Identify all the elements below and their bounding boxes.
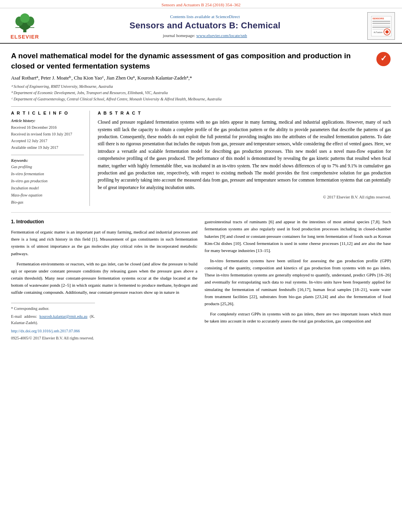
keyword-3: In-vitro gas production — [11, 178, 84, 185]
footnote-area: * Corresponding author. E-mail address: … — [11, 303, 95, 342]
page-wrapper: Sensors and Actuators B 254 (2018) 354–3… — [0, 0, 402, 532]
date-revised: Received in revised form 10 July 2017 — [11, 131, 84, 137]
keywords-list: Gas profiling In-vitro fermentation In-v… — [11, 163, 84, 206]
keyword-5: Mass-flow equation — [11, 192, 84, 199]
svg-text:AcTuators: AcTuators — [374, 31, 383, 33]
keyword-6: Bio-gas — [11, 199, 84, 206]
journal-citation: Sensors and Actuators B 254 (2018) 354–3… — [162, 2, 240, 7]
homepage-link[interactable]: www.elsevier.com/locate/snb — [196, 33, 247, 38]
journal-header: ELSEVIER Contents lists available at Sci… — [0, 8, 402, 44]
abstract-text: Closed and pressure regulated fermentati… — [98, 119, 391, 191]
main-content: A novel mathematical model for the dynam… — [0, 44, 402, 342]
affiliations: ᵃ School of Engineering, RMIT University… — [11, 83, 391, 102]
abstract-col: A B S T R A C T Closed and pressure regu… — [98, 111, 391, 206]
abstract-body: Closed and pressure regulated fermentati… — [98, 120, 391, 190]
sensors-logo-box: SENSORS AcTuators — [367, 12, 395, 40]
svg-text:SENSORS: SENSORS — [372, 17, 384, 20]
intro-heading: 1. Introduction — [11, 218, 197, 226]
sensors-logo: SENSORS AcTuators — [367, 12, 395, 40]
article-history-label: Article history: — [11, 119, 84, 123]
abstract-heading: A B S T R A C T — [98, 111, 391, 115]
article-info-col: A R T I C L E I N F O Article history: R… — [11, 111, 90, 206]
elsevier-tree-icon — [11, 13, 38, 33]
authors-text: Asaf Rotbartᵃ, Peter J. Moateᵇ, Chu Kion… — [11, 75, 192, 81]
body-col-left: 1. Introduction Fermentation of organic … — [11, 218, 197, 342]
authors-line: Asaf Rotbartᵃ, Peter J. Moateᵇ, Chu Kion… — [11, 75, 391, 81]
sciencedirect-text: Contents lists available at ScienceDirec… — [50, 14, 360, 19]
date-accepted: Accepted 12 July 2017 — [11, 137, 84, 144]
article-title: A novel mathematical model for the dynam… — [11, 51, 370, 71]
date-online: Available online 19 July 2017 — [11, 144, 84, 151]
body-col-right: gastrointestinal tracts of ruminants [6]… — [205, 218, 391, 342]
journal-citation-strip: Sensors and Actuators B 254 (2018) 354–3… — [0, 0, 402, 8]
email-link[interactable]: kourosh.kalantar@rmit.edu.au — [39, 314, 87, 319]
keyword-2: In-vitro fermentation — [11, 171, 84, 178]
intro-p1: Fermentation of organic matter is an imp… — [11, 228, 197, 257]
intro-p2: Fermentation environments or reactors, w… — [11, 260, 197, 296]
footnote-corresponding: * Corresponding author. — [11, 306, 49, 311]
affiliation-a: ᵃ School of Engineering, RMIT University… — [11, 83, 391, 90]
keyword-1: Gas profiling — [11, 163, 84, 171]
article-dates: Received 16 December 2016 Received in re… — [11, 124, 84, 151]
journal-name: Sensors and Actuators B: Chemical — [50, 20, 360, 31]
date-received: Received 16 December 2016 — [11, 124, 84, 131]
svg-text:✓: ✓ — [380, 54, 387, 63]
elsevier-label: ELSEVIER — [11, 34, 39, 40]
affiliation-b: ᵇ Department of Economic Development, Jo… — [11, 90, 391, 96]
body-content: 1. Introduction Fermentation of organic … — [11, 212, 391, 342]
keywords-label: Keywords: — [11, 158, 84, 163]
email-line: E-mail address: kourosh.kalantar@rmit.ed… — [11, 313, 95, 326]
intro-col2-p1: gastrointestinal tracts of ruminants [6]… — [205, 218, 391, 254]
elsevier-logo: ELSEVIER — [7, 13, 43, 40]
intro-col2-p2: In-vitro fermentation systems have been … — [205, 257, 391, 307]
email-label: E-mail address: — [11, 314, 37, 319]
footnote-star-text: * Corresponding author. — [11, 306, 95, 312]
intro-col2-p3: For completely extract GPPs in systems w… — [205, 310, 391, 324]
article-title-section: A novel mathematical model for the dynam… — [11, 51, 391, 71]
svg-point-16 — [385, 30, 389, 33]
keyword-4: Incubation model — [11, 185, 84, 192]
article-info-abstract: A R T I C L E I N F O Article history: R… — [11, 106, 391, 206]
doi-line[interactable]: http://dx.doi.org/10.1016/j.snb.2017.07.… — [11, 328, 95, 335]
journal-title-area: Contents lists available at ScienceDirec… — [50, 14, 360, 38]
affiliation-c: ᶜ Department of Gastroenterology, Centra… — [11, 96, 391, 102]
crossmark-logo: ✓ — [376, 52, 391, 67]
crossmark-icon: ✓ — [376, 52, 391, 67]
copyright: © 2017 Elsevier B.V. All rights reserved… — [98, 195, 391, 199]
journal-homepage: journal homepage: www.elsevier.com/locat… — [50, 33, 360, 38]
svg-point-4 — [20, 13, 30, 23]
rights-line: 0925-4005/© 2017 Elsevier B.V. All right… — [11, 335, 95, 342]
sensors-actuators-icon: SENSORS AcTuators — [370, 15, 392, 37]
article-info-heading: A R T I C L E I N F O — [11, 111, 84, 115]
